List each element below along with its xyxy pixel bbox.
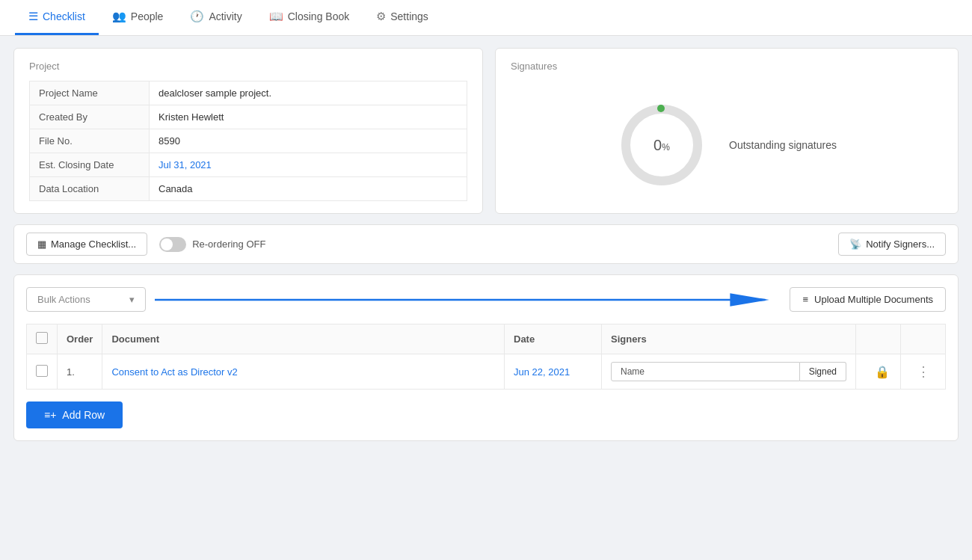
top-nav: ☰ Checklist 👥 People 🕐 Activity 📖 Closin… (0, 0, 972, 36)
project-field-value: Jul 31, 2021 (150, 153, 467, 177)
reordering-label: Re-ordering OFF (192, 239, 265, 250)
nav-closing-book[interactable]: 📖 Closing Book (256, 0, 363, 35)
project-table-row: File No.8590 (30, 129, 467, 153)
lock-icon[interactable]: 🔒 (875, 366, 890, 378)
checklist-icon: ☰ (28, 10, 38, 23)
document-table: Order Document Date Signers 1. Consent t… (26, 324, 946, 390)
project-table-row: Data LocationCanada (30, 177, 467, 201)
signers-inner: Name Signed (611, 362, 846, 381)
project-card: Project Project Namedealcloser sample pr… (13, 48, 483, 214)
manage-icon: ▦ (37, 239, 46, 250)
th-order: Order (58, 324, 102, 354)
signatures-title: Signatures (511, 61, 943, 72)
arrow-line (155, 292, 781, 307)
th-lock (856, 324, 901, 354)
reordering-toggle[interactable] (159, 237, 186, 252)
donut-percent: 0% (653, 136, 670, 153)
project-table-row: Project Namedealcloser sample project. (30, 81, 467, 105)
dropdown-arrow-icon: ▾ (129, 294, 135, 305)
activity-icon: 🕐 (190, 10, 204, 23)
project-field-link[interactable]: Jul 31, 2021 (159, 159, 212, 170)
toolbar-row: ▦ Manage Checklist... Re-ordering OFF 📡 … (13, 224, 959, 264)
upload-multiple-button[interactable]: ≡ Upload Multiple Documents (790, 287, 946, 312)
project-field-value: 8590 (150, 129, 467, 153)
th-checkbox (27, 324, 58, 354)
project-table-row: Est. Closing DateJul 31, 2021 (30, 153, 467, 177)
bulk-actions-dropdown[interactable]: Bulk Actions ▾ (26, 287, 146, 312)
row-checkbox[interactable] (36, 365, 48, 377)
project-table: Project Namedealcloser sample project.Cr… (29, 81, 467, 201)
closing-book-icon: 📖 (269, 10, 283, 23)
nav-people[interactable]: 👥 People (99, 0, 177, 35)
notify-signers-button[interactable]: 📡 Notify Signers... (838, 233, 946, 256)
nav-checklist[interactable]: ☰ Checklist (15, 0, 99, 35)
checklist-area: Bulk Actions ▾ ≡ Upload Multiple Documen… (13, 274, 959, 441)
signatures-card: Signatures 0% Outstanding signatures (495, 48, 959, 214)
project-field-label: Est. Closing Date (30, 153, 150, 177)
row-date: Jun 22, 2021 (505, 354, 602, 390)
project-field-label: File No. (30, 129, 150, 153)
signatures-content: 0% Outstanding signatures (511, 88, 943, 201)
project-field-label: Project Name (30, 81, 150, 105)
outstanding-text: Outstanding signatures (729, 139, 837, 151)
row-signers: Name Signed (602, 354, 856, 390)
project-title: Project (29, 61, 467, 72)
document-link[interactable]: Consent to Act as Director v2 (111, 366, 237, 378)
notify-icon: 📡 (849, 239, 861, 250)
th-signers: Signers (602, 324, 856, 354)
top-row: Project Project Namedealcloser sample pr… (13, 48, 959, 214)
people-icon: 👥 (112, 10, 126, 23)
table-header-row: Order Document Date Signers (27, 324, 946, 354)
donut-chart: 0% (617, 100, 707, 190)
manage-checklist-button[interactable]: ▦ Manage Checklist... (26, 233, 147, 256)
add-row-icon: ≡+ (44, 409, 56, 421)
donut-dot (657, 105, 665, 112)
project-field-value: dealcloser sample project. (150, 81, 467, 105)
project-field-value: Kristen Hewlett (150, 105, 467, 129)
signed-label: Signed (800, 362, 846, 381)
upload-icon: ≡ (802, 294, 808, 305)
header-checkbox[interactable] (36, 332, 48, 344)
th-date: Date (505, 324, 602, 354)
table-row: 1. Consent to Act as Director v2 Jun 22,… (27, 354, 946, 390)
row-document: Consent to Act as Director v2 (102, 354, 505, 390)
project-table-row: Created ByKristen Hewlett (30, 105, 467, 129)
more-options-icon[interactable]: ⋮ (917, 364, 930, 379)
row-more-cell: ⋮ (901, 354, 946, 390)
project-field-value: Canada (150, 177, 467, 201)
settings-icon: ⚙ (376, 10, 386, 23)
project-field-label: Data Location (30, 177, 150, 201)
arrow-svg (155, 292, 781, 307)
th-more (901, 324, 946, 354)
main-content: Project Project Namedealcloser sample pr… (0, 36, 972, 453)
row-order: 1. (58, 354, 102, 390)
bulk-upload-row: Bulk Actions ▾ ≡ Upload Multiple Documen… (26, 287, 946, 312)
row-checkbox-cell (27, 354, 58, 390)
signer-name-label: Name (611, 362, 800, 381)
reordering-toggle-wrapper: Re-ordering OFF (159, 237, 265, 252)
nav-settings[interactable]: ⚙ Settings (363, 0, 442, 35)
nav-activity[interactable]: 🕐 Activity (176, 0, 255, 35)
project-field-label: Created By (30, 105, 150, 129)
add-row-button[interactable]: ≡+ Add Row (26, 401, 123, 428)
th-document: Document (102, 324, 505, 354)
row-lock-cell: 🔒 (856, 354, 901, 390)
